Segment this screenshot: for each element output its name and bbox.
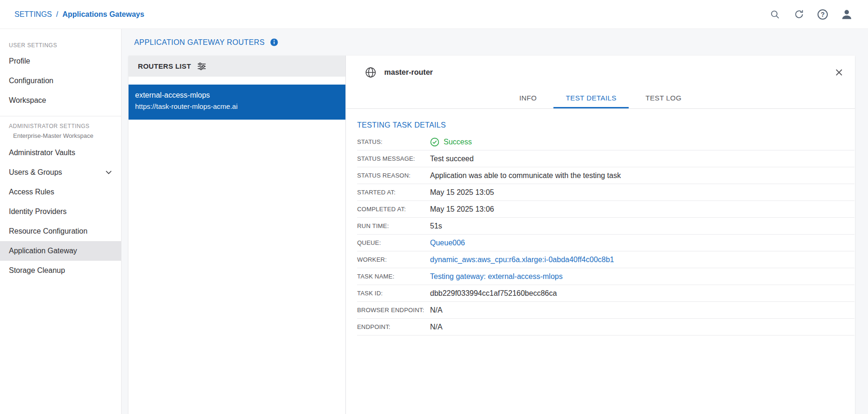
close-icon-glyph [835, 69, 843, 76]
detail-row-browser-endpoint: BROWSER ENDPOINT: N/A [357, 302, 854, 319]
breadcrumb: SETTINGS / Applications Gateways [14, 10, 144, 19]
task-name-link[interactable]: Testing gateway: external-access-mlops [430, 272, 563, 281]
main-header: APPLICATION GATEWAY ROUTERS [122, 29, 868, 56]
row-label: COMPLETED AT: [357, 206, 430, 213]
page-layout: USER SETTINGS Profile Configuration Work… [0, 29, 868, 414]
detail-row-run-time: RUN TIME: 51s [357, 218, 854, 235]
sidebar-divider [0, 116, 121, 116]
detail-row-queue: QUEUE: Queue006 [357, 235, 854, 251]
row-value: N/A [430, 306, 443, 314]
row-label: TASK ID: [357, 290, 430, 297]
detail-row-task-id: TASK ID: dbb229f033994cc1af752160becc86c… [357, 285, 854, 302]
detail-row-worker: WORKER: dynamic_aws:aws_cpu:r6a.xlarge:i… [357, 251, 854, 268]
row-label: TASK NAME: [357, 273, 430, 280]
detail-tabs: INFO TEST DETAILS TEST LOG [346, 89, 855, 109]
breadcrumb-current-page: Applications Gateways [62, 10, 144, 19]
status-badge: Success [430, 137, 472, 147]
globe-icon [365, 66, 377, 79]
tab-test-details[interactable]: TEST DETAILS [553, 89, 628, 108]
topbar: SETTINGS / Applications Gateways ? [0, 0, 868, 29]
tab-test-log[interactable]: TEST LOG [633, 89, 694, 108]
close-icon[interactable] [832, 66, 846, 79]
sidebar-item-label: Storage Cleanup [9, 266, 65, 275]
sidebar-item-label: Administrator Vaults [9, 149, 75, 157]
sidebar-item-label: Workspace [9, 96, 46, 105]
router-name: external-access-mlops [135, 91, 338, 100]
testing-task-details-title: TESTING TASK DETAILS [357, 121, 854, 129]
sidebar-item-administrator-vaults[interactable]: Administrator Vaults [0, 143, 121, 163]
topbar-icons: ? [768, 8, 853, 21]
routers-list-title: ROUTERS LIST [138, 62, 191, 70]
main-content: APPLICATION GATEWAY ROUTERS ROUTERS LIST [122, 29, 868, 414]
status-text: Success [444, 138, 472, 146]
detail-row-endpoint: ENDPOINT: N/A [357, 319, 854, 335]
routers-list-header: ROUTERS LIST [129, 56, 345, 77]
router-detail-title: master-router [384, 68, 832, 77]
worker-link[interactable]: dynamic_aws:aws_cpu:r6a.xlarge:i-0abda40… [430, 256, 614, 264]
sidebar-item-label: Resource Configuration [9, 227, 87, 236]
sidebar-item-workspace[interactable]: Workspace [0, 91, 121, 110]
search-icon-glyph [769, 9, 781, 20]
router-detail-panel: master-router INFO TEST DETAILS TEST LOG… [346, 56, 855, 414]
filter-icon[interactable] [197, 63, 206, 70]
sidebar-item-label: Configuration [9, 77, 53, 85]
row-label: BROWSER ENDPOINT: [357, 307, 430, 314]
sidebar-item-identity-providers[interactable]: Identity Providers [0, 202, 121, 221]
sidebar-item-resource-configuration[interactable]: Resource Configuration [0, 221, 121, 241]
detail-row-status-message: STATUS MESSAGE: Test succeed [357, 150, 854, 167]
sidebar-item-application-gateway[interactable]: Application Gateway [0, 241, 121, 261]
row-value: 51s [430, 222, 442, 230]
detail-row-started-at: STARTED AT: May 15 2025 13:05 [357, 184, 854, 201]
settings-sidebar: USER SETTINGS Profile Configuration Work… [0, 29, 122, 414]
row-value: May 15 2025 13:05 [430, 188, 494, 197]
avatar[interactable] [840, 8, 853, 21]
row-label: QUEUE: [357, 239, 430, 246]
row-value: N/A [430, 323, 443, 331]
sidebar-item-storage-cleanup[interactable]: Storage Cleanup [0, 261, 121, 280]
sidebar-item-profile[interactable]: Profile [0, 51, 121, 71]
row-label: RUN TIME: [357, 222, 430, 229]
row-label: STARTED AT: [357, 189, 430, 196]
detail-row-task-name: TASK NAME: Testing gateway: external-acc… [357, 268, 854, 285]
breadcrumb-settings-link[interactable]: SETTINGS [14, 10, 52, 19]
sidebar-item-users-groups[interactable]: Users & Groups [0, 163, 121, 182]
sidebar-item-configuration[interactable]: Configuration [0, 71, 121, 91]
help-icon-circle: ? [818, 9, 828, 20]
router-url: https://task-router-mlops-acme.ai [135, 102, 338, 110]
row-label: STATUS MESSAGE: [357, 155, 430, 162]
row-label: STATUS REASON: [357, 172, 430, 179]
detail-row-completed-at: COMPLETED AT: May 15 2025 13:06 [357, 201, 854, 218]
row-label: STATUS: [357, 138, 430, 145]
detail-header: master-router [346, 56, 855, 89]
help-icon[interactable]: ? [816, 8, 829, 21]
row-label: ENDPOINT: [357, 323, 430, 330]
sidebar-item-label: Access Rules [9, 188, 54, 196]
sidebar-section-user-settings: USER SETTINGS [9, 42, 121, 49]
detail-row-status-reason: STATUS REASON: Application was able to c… [357, 167, 854, 184]
sync-icon[interactable] [792, 8, 805, 21]
row-value: Application was able to communicate with… [430, 171, 621, 180]
row-value: Test succeed [430, 155, 473, 163]
detail-row-status: STATUS: Success [357, 134, 854, 150]
info-icon[interactable] [270, 38, 279, 47]
queue-link[interactable]: Queue006 [430, 239, 465, 247]
sidebar-item-label: Profile [9, 57, 30, 65]
sync-icon-glyph [793, 8, 805, 20]
search-icon[interactable] [768, 8, 782, 21]
sidebar-item-access-rules[interactable]: Access Rules [0, 182, 121, 202]
sidebar-item-label: Identity Providers [9, 207, 67, 216]
sidebar-workspace-name: Enterprise-Master Workspace [13, 132, 121, 139]
sidebar-item-label: Users & Groups [9, 168, 62, 177]
sidebar-section-administrator-settings: ADMINISTRATOR SETTINGS [9, 123, 121, 129]
help-icon-glyph: ? [821, 11, 825, 18]
success-check-icon [430, 137, 439, 147]
breadcrumb-separator: / [56, 10, 58, 19]
routers-list-panel: ROUTERS LIST external-access-mlops https… [129, 56, 346, 414]
tab-info[interactable]: INFO [507, 89, 549, 108]
row-value: May 15 2025 13:06 [430, 205, 494, 214]
chevron-down-icon [106, 171, 112, 174]
page-title: APPLICATION GATEWAY ROUTERS [134, 38, 265, 47]
row-label: WORKER: [357, 256, 430, 263]
router-list-item[interactable]: external-access-mlops https://task-route… [129, 85, 345, 120]
gateway-routers-card: ROUTERS LIST external-access-mlops https… [129, 56, 855, 414]
